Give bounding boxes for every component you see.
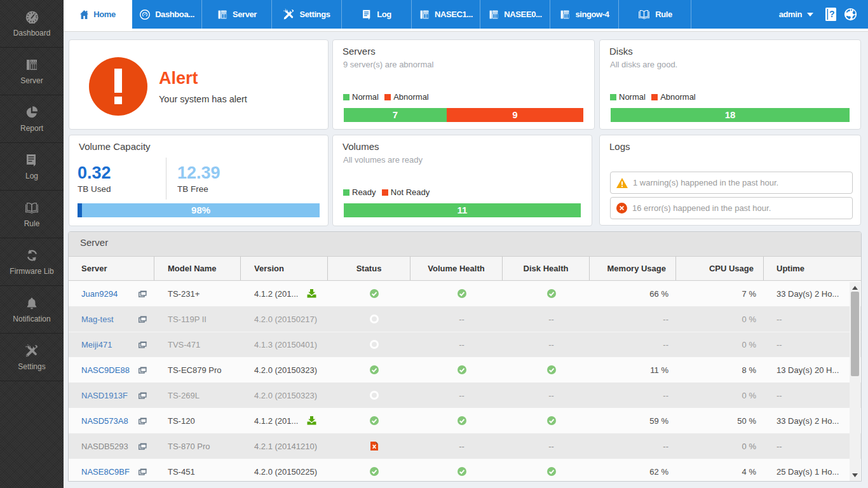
- svg-text:?: ?: [829, 9, 835, 19]
